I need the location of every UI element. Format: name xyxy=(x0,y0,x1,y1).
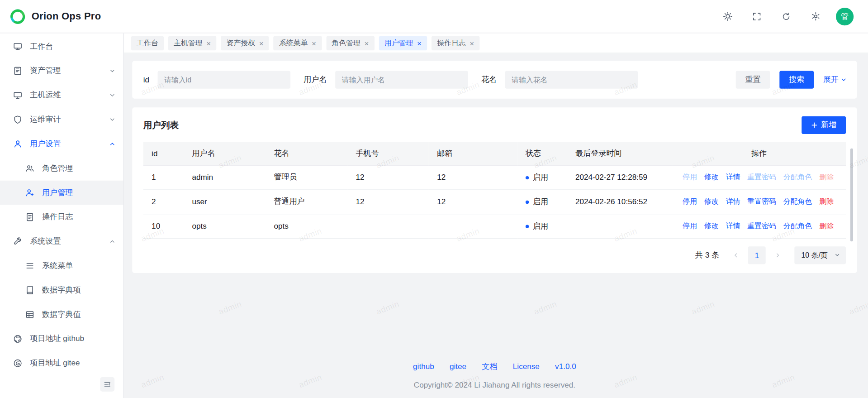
tab-label: 工作台 xyxy=(137,38,158,48)
detail-action[interactable]: 详情 xyxy=(726,221,740,231)
footer-link-license[interactable]: License xyxy=(513,361,540,371)
nickname-input[interactable] xyxy=(505,71,638,89)
table-scrollbar[interactable] xyxy=(850,149,853,241)
tab-asset-auth[interactable]: 资产授权× xyxy=(221,36,269,50)
assign-role-action[interactable]: 分配角色 xyxy=(783,197,812,206)
sidebar-item-user-management[interactable]: 用户管理 xyxy=(0,181,123,205)
detail-action[interactable]: 详情 xyxy=(726,172,740,182)
sidebar-item-ops-audit[interactable]: 运维审计 xyxy=(0,107,123,132)
gitee-icon xyxy=(13,359,22,368)
tab-system-menu[interactable]: 系统菜单× xyxy=(274,36,322,50)
col-actions: 操作 xyxy=(672,142,846,165)
tab-workbench[interactable]: 工作台 xyxy=(131,36,164,50)
cell-nickname: opts xyxy=(266,214,347,238)
sidebar-item-gitee[interactable]: 项目地址 gitee xyxy=(0,351,123,375)
chevron-down-icon xyxy=(840,77,847,83)
sidebar-item-operation-log[interactable]: 操作日志 xyxy=(0,205,123,230)
close-icon[interactable]: × xyxy=(364,39,369,47)
footer-link-version[interactable]: v1.0.0 xyxy=(555,361,576,371)
theme-toggle-icon[interactable] xyxy=(719,8,736,25)
disable-action[interactable]: 停用 xyxy=(683,221,697,231)
tab-label: 系统菜单 xyxy=(279,38,308,48)
chevron-right-icon xyxy=(775,252,782,259)
status-dot-icon xyxy=(526,200,529,203)
sidebar-item-label: 主机运维 xyxy=(30,90,61,100)
fullscreen-icon[interactable] xyxy=(748,8,766,25)
topbar-actions: 管 xyxy=(719,8,859,25)
chevron-left-icon xyxy=(733,252,740,259)
close-icon[interactable]: × xyxy=(206,39,211,47)
sidebar-item-user-settings[interactable]: 用户设置 xyxy=(0,132,123,156)
footer-link-gitee[interactable]: gitee xyxy=(450,361,466,371)
user-avatar[interactable]: 管 xyxy=(836,8,854,25)
cell-status: 启用 xyxy=(517,165,567,189)
cell-email: 12 xyxy=(429,165,517,189)
tab-operation-log[interactable]: 操作日志× xyxy=(432,36,480,50)
reset-password-action[interactable]: 重置密码 xyxy=(747,221,776,231)
sidebar-item-system-settings[interactable]: 系统设置 xyxy=(0,229,123,254)
close-icon[interactable]: × xyxy=(312,39,316,47)
username-input[interactable] xyxy=(335,71,468,89)
tab-role-management[interactable]: 角色管理× xyxy=(326,36,375,50)
reset-button[interactable]: 重置 xyxy=(736,71,770,89)
tab-user-management[interactable]: 用户管理× xyxy=(379,36,427,50)
tab-host-management[interactable]: 主机管理× xyxy=(168,36,217,50)
add-user-button[interactable]: 新增 xyxy=(802,116,846,134)
workbench-icon xyxy=(13,42,22,51)
brand: Orion Ops Pro xyxy=(9,8,101,25)
assign-role-action[interactable]: 分配角色 xyxy=(783,221,812,231)
search-button[interactable]: 搜索 xyxy=(779,71,814,89)
sidebar-collapse-button[interactable] xyxy=(100,377,114,392)
sidebar-item-label: 数据字典项 xyxy=(42,285,81,295)
footer-link-docs[interactable]: 文档 xyxy=(482,361,497,371)
cell-last-login: 2024-02-27 12:28:59 xyxy=(567,165,672,189)
refresh-icon[interactable] xyxy=(777,8,795,25)
chevron-down-icon xyxy=(834,252,840,258)
reset-password-action[interactable]: 重置密码 xyxy=(747,197,776,206)
edit-action[interactable]: 修改 xyxy=(704,197,719,206)
next-page-button[interactable] xyxy=(770,247,786,263)
delete-action: 删除 xyxy=(819,172,834,182)
row-actions: 停用 修改 详情 重置密码 分配角色 删除 xyxy=(680,172,846,182)
detail-action[interactable]: 详情 xyxy=(726,197,740,206)
footer-link-github[interactable]: github xyxy=(413,361,434,371)
sidebar-item-role-management[interactable]: 角色管理 xyxy=(0,156,123,181)
sidebar-item-host-ops[interactable]: 主机运维 xyxy=(0,83,123,107)
delete-action[interactable]: 删除 xyxy=(819,197,834,206)
cell-nickname: 普通用户 xyxy=(266,189,347,214)
expand-button[interactable]: 展开 xyxy=(823,71,847,89)
cell-last-login xyxy=(567,214,672,238)
sidebar-item-label: 资产管理 xyxy=(30,66,61,76)
page-size-select[interactable]: 10 条/页 xyxy=(795,246,846,264)
sidebar-item-dict-value[interactable]: 数据字典值 xyxy=(0,302,123,327)
close-icon[interactable]: × xyxy=(470,39,474,47)
delete-action[interactable]: 删除 xyxy=(819,221,834,231)
settings-gear-icon[interactable] xyxy=(806,8,824,25)
audit-shield-icon xyxy=(13,115,22,124)
sidebar-item-label: 操作日志 xyxy=(42,212,73,222)
edit-action[interactable]: 修改 xyxy=(704,172,719,182)
id-input[interactable] xyxy=(157,71,290,89)
edit-action[interactable]: 修改 xyxy=(704,221,719,231)
cell-id: 10 xyxy=(143,214,184,238)
app-title: Orion Ops Pro xyxy=(32,10,101,22)
status-dot-icon xyxy=(526,225,529,228)
cell-email: 12 xyxy=(429,189,517,214)
close-icon[interactable]: × xyxy=(259,39,264,47)
sidebar-item-asset-management[interactable]: 资产管理 xyxy=(0,59,123,83)
pagination-total: 共 3 条 xyxy=(695,250,719,260)
sidebar-item-system-menu[interactable]: 系统菜单 xyxy=(0,254,123,278)
status-dot-icon xyxy=(526,176,529,179)
disable-action[interactable]: 停用 xyxy=(683,197,697,206)
status-text: 启用 xyxy=(533,197,548,207)
table-header-row: id 用户名 花名 手机号 邮箱 状态 最后登录时间 操作 xyxy=(143,142,846,165)
page-number-1[interactable]: 1 xyxy=(748,246,766,264)
close-icon[interactable]: × xyxy=(417,39,422,47)
cell-mobile xyxy=(347,214,429,238)
chevron-up-icon xyxy=(109,238,116,245)
sidebar-item-dict-item[interactable]: 数据字典项 xyxy=(0,278,123,302)
prev-page-button[interactable] xyxy=(728,247,744,263)
tab-label: 操作日志 xyxy=(437,38,466,48)
sidebar-item-workbench[interactable]: 工作台 xyxy=(0,34,123,59)
sidebar-item-github[interactable]: 项目地址 github xyxy=(0,327,123,351)
